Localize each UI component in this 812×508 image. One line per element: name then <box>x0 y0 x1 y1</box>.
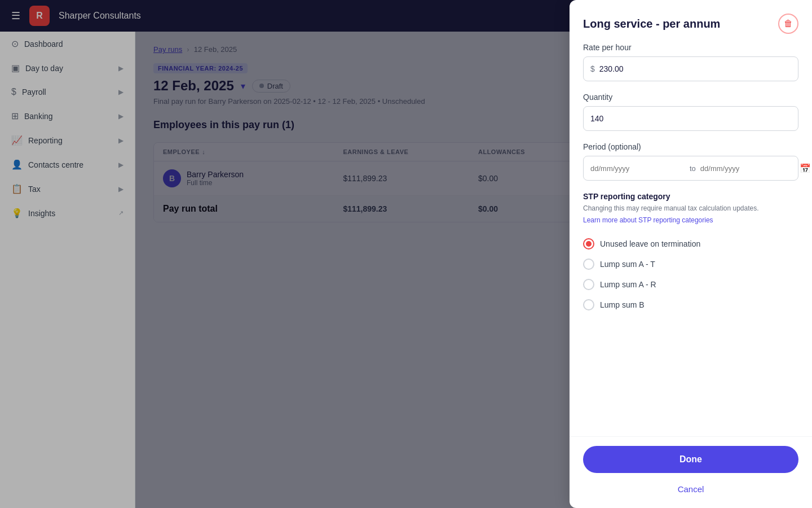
currency-symbol: $ <box>590 64 595 73</box>
date-separator: to <box>690 164 696 173</box>
quantity-input-wrapper <box>583 106 798 131</box>
modal-header: Long service - per annum 🗑 <box>570 0 812 43</box>
radio-button-lump-sum-ar[interactable] <box>583 279 594 290</box>
quantity-label: Quantity <box>583 93 798 102</box>
modal-title: Long service - per annum <box>583 17 720 30</box>
modal-footer: Done Cancel <box>570 436 812 508</box>
modal-panel: Long service - per annum 🗑 Rate per hour… <box>570 0 812 508</box>
stp-learn-more-link[interactable]: Learn more about STP reporting categorie… <box>583 216 713 224</box>
radio-group: Unused leave on termination Lump sum A -… <box>583 234 798 315</box>
stp-description: Changing this may require manual tax cal… <box>583 204 798 212</box>
radio-label-lump-sum-ar: Lump sum A - R <box>600 280 656 289</box>
modal-body: Rate per hour $ Quantity Period (optiona… <box>570 43 812 436</box>
radio-selected-indicator <box>586 241 592 247</box>
radio-item-lump-sum-ar[interactable]: Lump sum A - R <box>583 274 798 295</box>
rate-field-group: Rate per hour $ <box>583 43 798 81</box>
radio-label-unused-leave: Unused leave on termination <box>600 239 700 248</box>
quantity-field-group: Quantity <box>583 93 798 131</box>
rate-input-wrapper: $ <box>583 56 798 81</box>
date-input-wrapper: to 📅 <box>583 156 798 181</box>
radio-button-unused-leave[interactable] <box>583 238 594 249</box>
quantity-input[interactable] <box>590 114 791 123</box>
period-label: Period (optional) <box>583 142 798 151</box>
radio-item-lump-sum-b[interactable]: Lump sum B <box>583 295 798 315</box>
date-to-input[interactable] <box>700 164 795 173</box>
stp-title: STP reporting category <box>583 192 798 201</box>
radio-button-lump-sum-at[interactable] <box>583 259 594 270</box>
cancel-button[interactable]: Cancel <box>583 479 798 499</box>
rate-input[interactable] <box>599 64 791 73</box>
delete-button[interactable]: 🗑 <box>778 14 798 34</box>
radio-button-lump-sum-b[interactable] <box>583 299 594 310</box>
calendar-icon[interactable]: 📅 <box>800 163 811 174</box>
radio-item-unused-leave[interactable]: Unused leave on termination <box>583 234 798 254</box>
radio-item-lump-sum-at[interactable]: Lump sum A - T <box>583 254 798 274</box>
rate-label: Rate per hour <box>583 43 798 52</box>
period-field-group: Period (optional) to 📅 <box>583 142 798 181</box>
radio-label-lump-sum-at: Lump sum A - T <box>600 260 655 269</box>
date-from-input[interactable] <box>590 164 685 173</box>
done-button[interactable]: Done <box>583 446 798 473</box>
radio-label-lump-sum-b: Lump sum B <box>600 300 645 309</box>
trash-icon: 🗑 <box>784 19 793 29</box>
stp-section: STP reporting category Changing this may… <box>583 192 798 225</box>
